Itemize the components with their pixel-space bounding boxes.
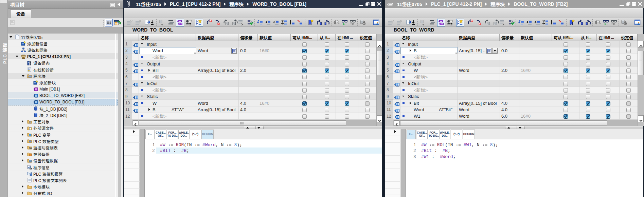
svg-text:T: T (30, 141, 31, 142)
svg-text:≡: ≡ (30, 168, 31, 170)
